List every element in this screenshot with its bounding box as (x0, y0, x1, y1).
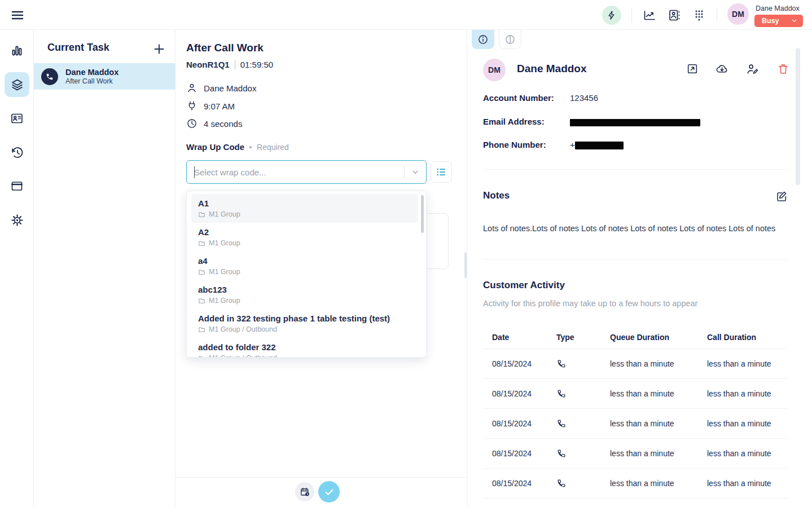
browse-wrap-codes-button[interactable] (431, 161, 452, 183)
edit-profile-button[interactable] (746, 63, 760, 76)
activity-queue-duration: less than a minute (610, 449, 707, 458)
edit-icon (775, 190, 788, 202)
profile-name: Dane Maddox (517, 63, 587, 75)
sidebar-item-tasks[interactable] (5, 72, 29, 97)
wrap-code-option[interactable]: abc123 M1 Group (191, 280, 418, 309)
task-list-item[interactable]: Dane Maddox After Call Work (34, 63, 175, 90)
campaign-name: NeonR1Q1 (186, 60, 230, 69)
wrap-code-option-group: M1 Group (198, 268, 411, 276)
dropdown-scrollbar[interactable] (421, 195, 424, 233)
notes-title: Notes (483, 190, 510, 201)
flash-button[interactable] (602, 6, 621, 25)
phone-call-icon (556, 448, 610, 458)
complete-task-button[interactable] (318, 481, 340, 502)
performance-chart-button[interactable] (642, 8, 657, 23)
phone-call-icon (556, 478, 610, 488)
wrap-code-input[interactable] (187, 167, 404, 177)
phone-label: Phone Number: (483, 140, 546, 149)
split-circle-icon (504, 34, 516, 45)
activity-queue-duration: less than a minute (610, 479, 707, 488)
wrap-code-option-group: M1 Group (198, 239, 411, 247)
activity-call-duration: less than a minute (707, 389, 788, 398)
activity-table-row[interactable]: 08/15/2024 less than a minute less than … (483, 469, 788, 499)
wrap-code-option-label: added to folder 322 (198, 342, 411, 352)
sidebar-item-analytics[interactable] (5, 38, 29, 63)
folder-icon (198, 297, 205, 305)
wrap-code-option-label: A1 (198, 198, 411, 209)
lightning-icon (607, 10, 617, 20)
task-contact-name: Dane Maddox (65, 68, 118, 77)
activity-table-row[interactable]: 08/15/2024 less than a minute less than … (483, 379, 788, 409)
column-queue-duration: Queue Duration (610, 333, 707, 342)
sidebar-item-pages[interactable] (5, 174, 29, 199)
activity-queue-duration: less than a minute (610, 389, 707, 398)
wrap-code-option-label: A2 (198, 227, 411, 237)
avatar[interactable]: DM (727, 3, 749, 25)
divider (175, 477, 467, 478)
plus-icon (152, 42, 166, 56)
add-task-button[interactable] (152, 42, 166, 56)
wrap-code-select[interactable] (186, 160, 427, 184)
wrap-code-option[interactable]: A1 M1 Group (191, 194, 418, 223)
app-window: DM Dane Maddox Busy (0, 0, 812, 507)
folder-icon (198, 268, 205, 276)
column-date: Date (492, 333, 556, 342)
select-chevron[interactable] (405, 167, 426, 177)
profile-scrollbar[interactable] (796, 48, 800, 185)
activity-table: Date Type Queue Duration Call Duration 0… (483, 325, 788, 499)
sidebar-item-contacts[interactable] (5, 106, 29, 131)
sidebar-item-history[interactable] (5, 140, 29, 165)
browser-window-icon (10, 179, 24, 193)
plug-icon (186, 100, 197, 112)
wrap-code-option[interactable]: a4 M1 Group (191, 252, 418, 280)
tab-journey[interactable] (499, 30, 521, 49)
activity-date: 08/15/2024 (492, 449, 556, 458)
edit-notes-button[interactable] (775, 190, 789, 204)
folder-icon (198, 326, 205, 333)
separator (235, 60, 235, 69)
redaction-bar (570, 119, 700, 126)
customer-activity-subtitle: Activity for this profile may take up to… (483, 299, 697, 308)
acw-countdown: 01:59:50 (240, 60, 273, 69)
bar-chart-icon (10, 44, 24, 58)
delete-profile-button[interactable] (777, 63, 791, 76)
top-bar: DM Dane Maddox Busy (0, 0, 812, 30)
connected-time: 9:07 AM (204, 102, 235, 111)
panel-scrollbar[interactable] (464, 252, 467, 278)
wrap-code-option[interactable]: added to folder 322 M1 Group / Outbound (191, 338, 418, 358)
line-chart-icon (643, 8, 656, 22)
task-list-title: Current Task (47, 42, 109, 54)
activity-table-row[interactable]: 08/15/2024 less than a minute less than … (483, 349, 788, 379)
contact-card-icon (10, 112, 24, 125)
user-edit-icon (746, 63, 759, 76)
chevron-down-icon (791, 17, 798, 24)
chevron-down-icon (411, 167, 420, 177)
calendar-clock-icon (300, 487, 310, 497)
contacts-button[interactable] (667, 8, 682, 23)
wrap-code-option-label: abc123 (198, 284, 411, 295)
account-number-label: Account Number: (483, 93, 554, 103)
clock-icon (186, 118, 197, 129)
status-dropdown[interactable]: Busy (754, 15, 803, 27)
download-profile-button[interactable] (716, 63, 729, 76)
activity-call-duration: less than a minute (707, 419, 788, 428)
sidebar-item-settings[interactable] (5, 208, 29, 232)
activity-queue-duration: less than a minute (610, 419, 707, 428)
activity-call-duration: less than a minute (707, 359, 788, 368)
schedule-button[interactable] (295, 482, 314, 501)
dialpad-button[interactable] (692, 8, 706, 23)
wrap-code-dropdown: A1 M1 Group A2 M1 Group a4 (186, 191, 427, 358)
wrap-code-option[interactable]: A2 M1 Group (191, 223, 418, 252)
tab-info[interactable] (472, 30, 494, 49)
open-profile-button[interactable] (686, 63, 700, 76)
activity-table-row[interactable]: 08/15/2024 less than a minute less than … (483, 439, 788, 469)
activity-table-row[interactable]: 08/15/2024 less than a minute less than … (483, 409, 788, 439)
divider (483, 169, 788, 170)
detail-contact-name: Dane Maddox (204, 83, 256, 93)
status-label: Busy (762, 17, 779, 25)
divider (483, 259, 788, 260)
wrap-code-option[interactable]: Added in 322 testing phase 1 table testi… (191, 309, 418, 338)
menu-icon[interactable] (10, 8, 25, 22)
activity-call-duration: less than a minute (707, 479, 788, 488)
column-call-duration: Call Duration (707, 333, 788, 342)
